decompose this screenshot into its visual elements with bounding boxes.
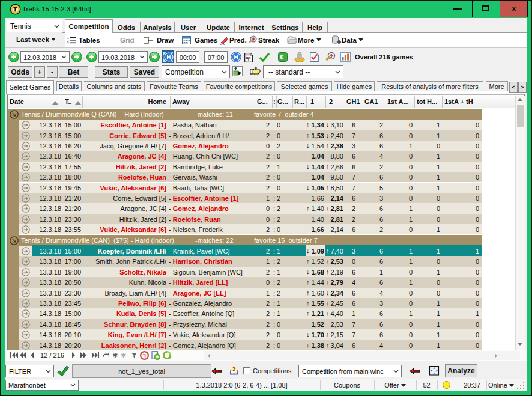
svg-text:?: ?	[232, 366, 236, 372]
